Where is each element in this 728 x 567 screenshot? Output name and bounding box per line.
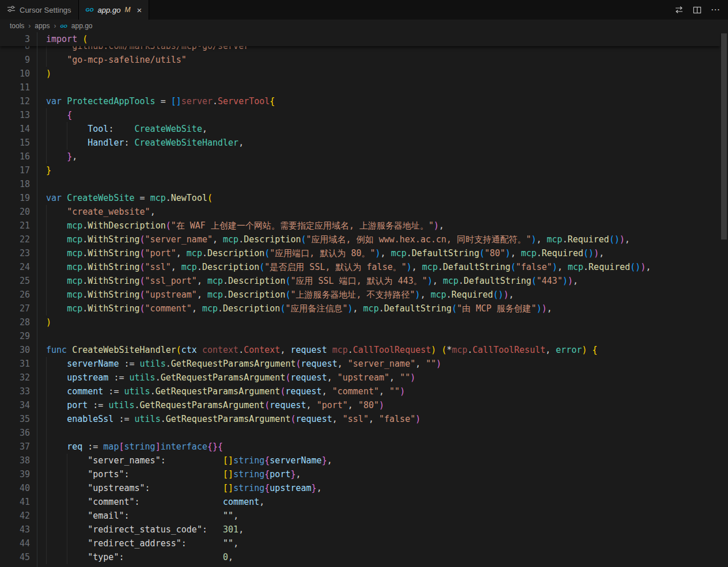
line-number: 29 bbox=[0, 329, 30, 343]
code-line[interactable]: 9 "go-mcp-safeline/utils" bbox=[0, 53, 728, 67]
code-text: mcp.WithString("server_name", mcp.Descri… bbox=[30, 233, 630, 246]
code-text: "redirect_status_code": 301, bbox=[30, 523, 244, 536]
code-line[interactable]: 13 { bbox=[0, 108, 728, 122]
code-line[interactable]: 41 "comment": comment, bbox=[0, 495, 728, 509]
code-line[interactable]: 14 Tool: CreateWebSite, bbox=[0, 122, 728, 136]
code-line[interactable]: 42 "email": "", bbox=[0, 509, 728, 523]
code-text: req := map[string]interface{}{ bbox=[30, 440, 223, 454]
line-number: 41 bbox=[0, 495, 30, 509]
code-line[interactable]: 24 mcp.WithString("ssl", mcp.Description… bbox=[0, 260, 728, 274]
indent-guide bbox=[67, 454, 67, 564]
line-number: 15 bbox=[0, 136, 30, 150]
code-text: mcp.WithString("ssl_port", mcp.Descripti… bbox=[30, 274, 578, 288]
code-line[interactable]: 15 Handler: CreateWebSiteHandler, bbox=[0, 136, 728, 150]
breadcrumb-item-file[interactable]: app.go bbox=[71, 22, 93, 30]
line-number: 28 bbox=[0, 315, 30, 329]
line-number: 38 bbox=[0, 454, 30, 467]
code-line[interactable]: 45 "type": 0, bbox=[0, 550, 728, 564]
tab-app-go[interactable]: GO app.go M × bbox=[79, 0, 150, 20]
code-text: "redirect_address": "", bbox=[30, 536, 238, 550]
code-line[interactable]: 32 upstream := utils.GetRequestParamsArg… bbox=[0, 371, 728, 385]
code-line[interactable]: 37 req := map[string]interface{}{ bbox=[0, 440, 728, 454]
code-line[interactable]: 40 "upstreams": []string{upstream}, bbox=[0, 481, 728, 495]
tab-label: Cursor Settings bbox=[20, 6, 71, 14]
line-number: 40 bbox=[0, 481, 30, 495]
indent-guide bbox=[46, 205, 47, 315]
code-line[interactable]: 33 comment := utils.GetRequestParamsArgu… bbox=[0, 385, 728, 398]
code-line[interactable]: 17} bbox=[0, 163, 728, 177]
scrollbar-thumb[interactable] bbox=[721, 33, 727, 239]
code-text: var CreateWebSite = mcp.NewTool( bbox=[30, 191, 213, 205]
line-number: 24 bbox=[0, 260, 30, 274]
code-line[interactable]: 10) bbox=[0, 67, 728, 81]
code-text: ) bbox=[30, 315, 51, 329]
code-text: Handler: CreateWebSiteHandler, bbox=[30, 136, 244, 150]
chevron-right-icon: › bbox=[28, 22, 31, 30]
code-lines: 8 "github.com/mark3labs/mcp-go/server"9 … bbox=[0, 39, 728, 564]
code-line[interactable]: 27 mcp.WithString("comment", mcp.Descrip… bbox=[0, 302, 728, 315]
code-text: "ports": []string{port}, bbox=[30, 467, 301, 481]
sticky-scroll-line[interactable]: 3import ( bbox=[0, 32, 720, 46]
code-line[interactable]: 39 "ports": []string{port}, bbox=[0, 467, 728, 481]
code-line[interactable]: 43 "redirect_status_code": 301, bbox=[0, 523, 728, 536]
code-line[interactable]: 30func CreateWebSiteHandler(ctx context.… bbox=[0, 343, 728, 357]
indent-guide bbox=[67, 122, 67, 150]
code-line[interactable]: 34 port := utils.GetRequestParamsArgumen… bbox=[0, 398, 728, 412]
code-line[interactable]: 44 "redirect_address": "", bbox=[0, 536, 728, 550]
code-line[interactable]: 35 enableSsl := utils.GetRequestParamsAr… bbox=[0, 412, 728, 426]
line-number: 19 bbox=[0, 191, 30, 205]
code-line[interactable]: 12var ProtectedAppTools = []server.Serve… bbox=[0, 94, 728, 108]
code-line[interactable]: 38 "server_names": []string{serverName}, bbox=[0, 454, 728, 467]
code-line[interactable]: 25 mcp.WithString("ssl_port", mcp.Descri… bbox=[0, 274, 728, 288]
code-text: serverName := utils.GetRequestParamsArgu… bbox=[30, 357, 441, 371]
code-text bbox=[30, 177, 46, 191]
code-text: "comment": comment, bbox=[30, 495, 264, 509]
go-file-icon: GO bbox=[60, 24, 67, 29]
line-number: 21 bbox=[0, 219, 30, 233]
vertical-scrollbar[interactable] bbox=[720, 32, 728, 567]
tab-cursor-settings[interactable]: Cursor Settings bbox=[0, 0, 79, 20]
code-text: Tool: CreateWebSite, bbox=[30, 122, 207, 136]
indent-guide bbox=[46, 108, 47, 163]
code-line[interactable]: 11 bbox=[0, 81, 728, 94]
code-line[interactable]: 22 mcp.WithString("server_name", mcp.Des… bbox=[0, 233, 728, 246]
code-line[interactable]: 31 serverName := utils.GetRequestParamsA… bbox=[0, 357, 728, 371]
split-editor-icon[interactable] bbox=[693, 6, 702, 14]
breadcrumb-item-apps[interactable]: apps bbox=[35, 22, 50, 30]
code-text: import ( bbox=[30, 32, 88, 46]
line-number: 26 bbox=[0, 288, 30, 302]
code-text: enableSsl := utils.GetRequestParamsArgum… bbox=[30, 412, 420, 426]
code-line[interactable]: 36 bbox=[0, 426, 728, 440]
code-text: mcp.WithDescription("在 WAF 上创建一个网站。需要指定应… bbox=[30, 219, 444, 233]
line-number: 18 bbox=[0, 177, 30, 191]
code-line[interactable]: 29 bbox=[0, 329, 728, 343]
code-text: ) bbox=[30, 67, 51, 81]
line-number: 22 bbox=[0, 233, 30, 246]
code-line[interactable]: 21 mcp.WithDescription("在 WAF 上创建一个网站。需要… bbox=[0, 219, 728, 233]
code-text: mcp.WithString("port", mcp.Description("… bbox=[30, 246, 604, 260]
close-icon[interactable]: × bbox=[136, 6, 142, 14]
go-file-icon: GO bbox=[86, 7, 94, 13]
line-number: 43 bbox=[0, 523, 30, 536]
code-text: "type": 0, bbox=[30, 550, 233, 564]
code-line[interactable]: 18 bbox=[0, 177, 728, 191]
code-line[interactable]: 28) bbox=[0, 315, 728, 329]
code-line[interactable]: 16 }, bbox=[0, 150, 728, 163]
breadcrumb-item-tools[interactable]: tools bbox=[10, 22, 24, 30]
code-line[interactable]: 26 mcp.WithString("upstream", mcp.Descri… bbox=[0, 288, 728, 302]
line-number: 32 bbox=[0, 371, 30, 385]
code-text: mcp.WithString("comment", mcp.Descriptio… bbox=[30, 302, 552, 315]
tab-bar: Cursor Settings GO app.go M × ⋯ bbox=[0, 0, 728, 20]
code-line[interactable]: 23 mcp.WithString("port", mcp.Descriptio… bbox=[0, 246, 728, 260]
line-number: 36 bbox=[0, 426, 30, 440]
code-text: "upstreams": []string{upstream}, bbox=[30, 481, 322, 495]
code-text: var ProtectedAppTools = []server.ServerT… bbox=[30, 94, 275, 108]
indent-guide bbox=[46, 357, 47, 564]
compare-changes-icon[interactable] bbox=[674, 5, 684, 14]
code-line[interactable]: 20 "create_website", bbox=[0, 205, 728, 219]
code-line[interactable]: 19var CreateWebSite = mcp.NewTool( bbox=[0, 191, 728, 205]
code-text: upstream := utils.GetRequestParamsArgume… bbox=[30, 371, 415, 385]
more-actions-icon[interactable]: ⋯ bbox=[711, 5, 720, 14]
line-number: 44 bbox=[0, 536, 30, 550]
code-text: "email": "", bbox=[30, 509, 238, 523]
